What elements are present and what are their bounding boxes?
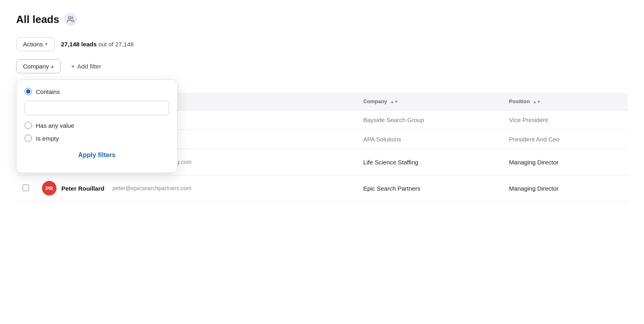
position-sort-icon: ▲▼ [533, 100, 541, 104]
people-icon [64, 13, 77, 26]
position-cell: President And Ceo [503, 130, 628, 149]
add-filter-button[interactable]: + Add filter [65, 60, 107, 73]
company-cell: Epic Search Partners [357, 175, 502, 201]
row-checkbox-cell [16, 175, 36, 201]
company-cell: APA Solutions [357, 130, 502, 149]
company-cell: Life Science Staffing [357, 149, 502, 175]
company-header-label: Company [363, 98, 387, 104]
table-row: PRPeter Rouillardpeter@epicsearchpartner… [16, 175, 628, 201]
is-empty-option[interactable]: Is empty [25, 135, 169, 142]
chevron-down-icon: ▾ [45, 42, 48, 47]
filter-text-input[interactable] [25, 101, 169, 115]
page-title: All leads [16, 13, 59, 26]
person-email: peter@epicsearchpartners.com [113, 185, 192, 191]
position-header-label: Position [509, 98, 530, 104]
leads-total: 27,148 [115, 41, 134, 48]
page-header: All leads [16, 13, 628, 26]
apply-filters-button[interactable]: Apply filters [25, 147, 169, 163]
company-filter-label: Company [23, 63, 49, 70]
leads-out-of: out of [97, 41, 115, 48]
has-any-value-option[interactable]: Has any value [25, 122, 169, 129]
position-cell: Vice President [503, 110, 628, 130]
position-column-header[interactable]: Position ▲▼ [503, 93, 628, 110]
company-column-header[interactable]: Company ▲▼ [357, 93, 502, 110]
filter-bar: Company ▴ + Add filter Contains Has any … [16, 59, 628, 73]
contains-label: Contains [36, 88, 60, 95]
add-filter-label: Add filter [77, 63, 101, 70]
actions-button[interactable]: Actions ▾ [16, 37, 54, 51]
leads-count-bold: 27,148 leads [61, 41, 96, 48]
person-cell: PRPeter Rouillardpeter@epicsearchpartner… [36, 175, 357, 201]
has-any-label: Has any value [36, 122, 74, 129]
position-cell: Managing Director [503, 149, 628, 175]
avatar: PR [42, 181, 56, 195]
toolbar: Actions ▾ 27,148 leads out of 27,148 [16, 37, 628, 51]
company-cell: Bayside Search Group [357, 110, 502, 130]
svg-point-0 [69, 17, 71, 19]
position-cell: Managing Director [503, 175, 628, 201]
is-empty-radio[interactable] [25, 135, 32, 142]
company-filter-button[interactable]: Company ▴ [16, 59, 61, 73]
page-container: All leads Actions ▾ 27,148 leads out of … [0, 0, 644, 214]
contains-radio[interactable] [25, 88, 32, 95]
has-any-radio[interactable] [25, 122, 32, 129]
filter-dropdown: Contains Has any value Is empty Apply fi… [16, 79, 178, 173]
plus-icon: + [71, 63, 75, 70]
row-checkbox[interactable] [23, 185, 29, 191]
company-sort-icon: ▲▼ [390, 100, 398, 104]
is-empty-label: Is empty [36, 135, 59, 142]
actions-label: Actions [23, 41, 43, 48]
person-name: Peter Rouillard [61, 185, 105, 192]
leads-count: 27,148 leads out of 27,148 [61, 41, 134, 48]
contains-option[interactable]: Contains [25, 88, 169, 95]
chevron-up-icon: ▴ [51, 64, 54, 69]
